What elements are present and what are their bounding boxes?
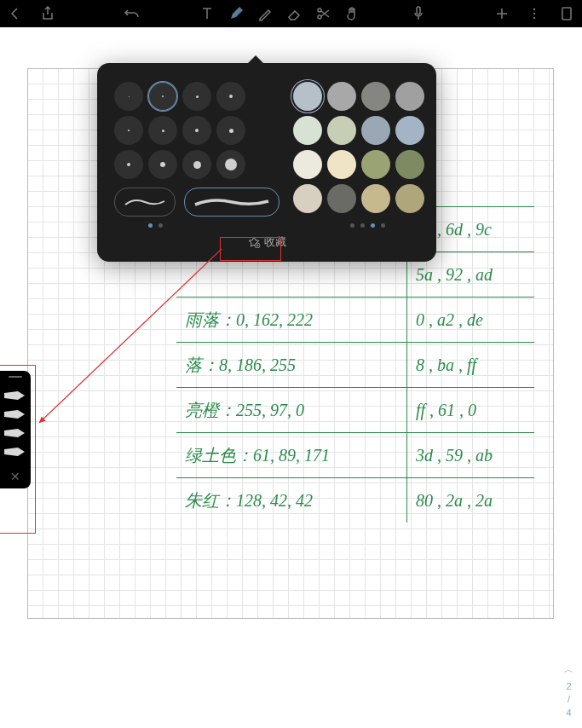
pen-options-popover: 收藏: [97, 63, 436, 262]
scissors-icon[interactable]: [314, 5, 331, 22]
side-handle[interactable]: [9, 376, 22, 378]
page-icon[interactable]: [558, 5, 575, 22]
color-swatch[interactable]: [327, 82, 356, 111]
pen-size-option[interactable]: [148, 150, 177, 179]
favorite-pen-slot[interactable]: [4, 442, 26, 461]
side-favorites-bar: ✕: [0, 371, 31, 488]
pen-size-option[interactable]: [148, 116, 177, 145]
page-sep: /: [564, 693, 573, 706]
color-swatch[interactable]: [293, 82, 322, 111]
stroke-style-option[interactable]: [184, 188, 279, 217]
chevron-up-icon[interactable]: ︿: [564, 663, 573, 676]
cell-left: 亮橙：255, 97, 0: [176, 388, 407, 432]
pen-size-option[interactable]: [114, 150, 143, 179]
svg-rect-2: [417, 7, 420, 14]
canvas-area[interactable]: 10 , 6d , 9c5a , 92 , ad雨落：0, 162, 2220 …: [0, 27, 582, 728]
color-swatch[interactable]: [293, 116, 322, 145]
cell-right: 0 , a2 , de: [407, 310, 534, 330]
right-page-dots: [350, 223, 385, 228]
svg-point-1: [318, 15, 321, 19]
share-icon[interactable]: [39, 5, 56, 22]
pen-size-grid: [114, 82, 279, 179]
cell-right: 80 , 2a , 2a: [407, 491, 534, 511]
pen-size-option[interactable]: [216, 82, 245, 111]
page-dot[interactable]: [381, 223, 385, 228]
top-toolbar: [0, 0, 582, 27]
color-swatch[interactable]: [361, 82, 390, 111]
pen-size-option[interactable]: [182, 82, 211, 111]
page-dot[interactable]: [371, 223, 375, 228]
stroke-style-row: [114, 188, 279, 217]
page-total: 4: [564, 707, 573, 719]
favorite-label: 收藏: [264, 234, 286, 250]
back-icon[interactable]: [7, 5, 24, 22]
cell-left: 雨落：0, 162, 222: [176, 298, 407, 342]
cell-right: 3d , 59 , ab: [407, 446, 534, 465]
color-swatch[interactable]: [327, 184, 356, 213]
cell-left: 落：8, 186, 255: [176, 343, 407, 387]
table-row: 雨落：0, 162, 2220 , a2 , de: [176, 298, 534, 343]
pen-tool-icon[interactable]: [228, 5, 245, 22]
favorite-pen-slot[interactable]: [4, 386, 26, 405]
color-swatch[interactable]: [395, 150, 424, 179]
more-icon[interactable]: [526, 5, 543, 22]
svg-point-5: [533, 17, 535, 19]
table-row: 朱红：128, 42, 4280 , 2a , 2a: [176, 478, 534, 523]
favorite-button[interactable]: 收藏: [114, 234, 419, 250]
pen-size-option[interactable]: [216, 116, 245, 145]
cell-left: 绿土色：61, 89, 171: [176, 433, 407, 477]
favorite-pen-slot[interactable]: [4, 405, 26, 424]
page-current: 2: [564, 680, 573, 693]
page-dot[interactable]: [148, 223, 153, 228]
page-dot[interactable]: [158, 223, 163, 228]
page-dot[interactable]: [360, 223, 365, 228]
color-swatch-grid: [293, 82, 424, 217]
svg-rect-6: [562, 8, 571, 20]
color-swatch[interactable]: [361, 184, 390, 213]
svg-point-3: [533, 9, 535, 10]
close-icon[interactable]: ✕: [10, 470, 20, 483]
pen-size-option[interactable]: [114, 82, 143, 111]
page-indicator: ︿ 2 / 4: [564, 663, 573, 719]
color-swatch[interactable]: [395, 116, 424, 145]
table-row: 落：8, 186, 2558 , ba , ff: [176, 343, 534, 388]
table-row: 亮橙：255, 97, 0ff , 61 , 0: [176, 388, 534, 433]
color-swatch[interactable]: [293, 150, 322, 179]
table-row: 绿土色：61, 89, 1713d , 59 , ab: [176, 433, 534, 478]
star-plus-icon: [248, 236, 260, 248]
left-page-dots: [148, 223, 163, 228]
pen-size-option[interactable]: [216, 150, 245, 179]
cell-right: 8 , ba , ff: [407, 355, 534, 375]
undo-icon[interactable]: [124, 5, 141, 22]
color-swatch[interactable]: [361, 150, 390, 179]
page-dot[interactable]: [350, 223, 354, 228]
color-swatch[interactable]: [361, 116, 390, 145]
color-swatch[interactable]: [293, 184, 322, 213]
highlighter-tool-icon[interactable]: [256, 5, 274, 22]
eraser-tool-icon[interactable]: [285, 5, 303, 22]
cell-left: 朱红：128, 42, 42: [176, 478, 407, 523]
cell-right: 5a , 92 , ad: [407, 265, 534, 285]
text-tool-icon[interactable]: [199, 5, 216, 22]
plus-icon[interactable]: [493, 5, 510, 22]
svg-point-4: [533, 13, 535, 14]
hand-tool-icon[interactable]: [343, 5, 360, 22]
mic-icon[interactable]: [410, 5, 427, 22]
favorite-pen-slot[interactable]: [4, 424, 26, 442]
pen-size-option[interactable]: [182, 116, 211, 145]
pen-size-option[interactable]: [114, 116, 143, 145]
color-swatch[interactable]: [327, 150, 356, 179]
pen-size-option[interactable]: [148, 82, 177, 111]
svg-point-0: [318, 9, 321, 12]
pen-size-option[interactable]: [182, 150, 211, 179]
cell-right: ff , 61 , 0: [407, 401, 534, 420]
stroke-style-option[interactable]: [114, 188, 176, 217]
color-swatch[interactable]: [327, 116, 356, 145]
color-swatch[interactable]: [395, 184, 424, 213]
color-swatch[interactable]: [395, 82, 424, 111]
